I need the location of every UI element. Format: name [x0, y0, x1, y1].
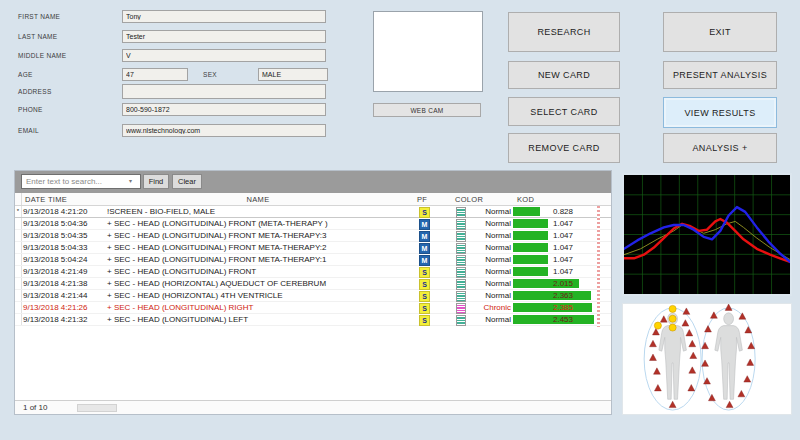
row-datetime: 9/13/2018 4:21:26	[23, 303, 88, 312]
age-input[interactable]	[122, 68, 188, 81]
organ-marker-icon	[660, 316, 667, 322]
row-name: + SEC - HEAD (HORIZONTAL) 4TH VENTRICLE	[107, 291, 283, 300]
table-row[interactable]: 9/13/2018 5:04:33+ SEC - HEAD (LONGITUDI…	[15, 242, 611, 254]
search-bar: ▾ Find Clear	[15, 171, 611, 193]
status-label: Chronic	[465, 303, 511, 312]
status-label: Normal	[465, 267, 511, 276]
research-button[interactable]: RESEARCH	[508, 12, 620, 52]
row-name: + SEC - HEAD (LONGITUDINAL) FRONT META-T…	[107, 243, 327, 252]
table-row[interactable]: 9/13/2018 5:04:35+ SEC - HEAD (LONGITUDI…	[15, 230, 611, 242]
new-card-button[interactable]: NEW CARD	[508, 61, 620, 89]
clear-button[interactable]: Clear	[172, 174, 202, 189]
table-row[interactable]: 9/13/2018 4:21:44+ SEC - HEAD (HORIZONTA…	[15, 290, 611, 302]
search-dropdown-caret[interactable]: ▾	[129, 177, 132, 184]
row-name: + SEC - HEAD (HORIZONTAL) AQUEDUCT OF CE…	[107, 279, 326, 288]
webcam-preview	[373, 11, 483, 92]
last-name-input[interactable]	[122, 30, 326, 43]
email-input[interactable]	[122, 124, 326, 137]
kod-cell: 2.363	[513, 290, 605, 302]
organ-marker-icon	[669, 401, 676, 407]
table-row[interactable]: 9/13/2018 5:04:36+ SEC - HEAD (LONGITUDI…	[15, 218, 611, 230]
status-label: Normal	[465, 315, 511, 324]
table-row[interactable]: 9/13/2018 4:21:26+ SEC - HEAD (LONGITUDI…	[15, 302, 611, 314]
organ-marker-icon	[652, 329, 659, 335]
kod-bar	[513, 231, 548, 240]
kod-cell: 1.047	[513, 230, 605, 242]
status-label: Normal	[465, 231, 511, 240]
table-row[interactable]: *9/13/2018 4:21:20!SCREEN - BIO-FIELD, M…	[15, 206, 611, 218]
row-select-marker	[15, 230, 22, 241]
phone-input[interactable]	[122, 103, 326, 116]
organ-marker-icon	[725, 304, 732, 310]
remove-card-button[interactable]: REMOVE CARD	[508, 133, 620, 163]
column-header-color[interactable]: COLOR	[455, 195, 483, 204]
organ-marker-icon	[650, 340, 657, 346]
webcam-button[interactable]: WEB CAM	[373, 103, 481, 117]
status-label: Normal	[465, 255, 511, 264]
organ-marker-icon	[744, 376, 751, 382]
status-label: Normal	[465, 279, 511, 288]
organ-marker-icon	[710, 312, 717, 318]
column-header-name[interactable]: NAME	[105, 195, 411, 204]
address-input[interactable]	[122, 84, 326, 99]
row-select-marker	[15, 302, 22, 313]
view-results-button[interactable]: VIEW RESULTS	[663, 97, 777, 128]
select-card-button[interactable]: SELECT CARD	[508, 97, 620, 126]
pf-badge: M	[419, 243, 430, 254]
table-header: DATE TIME NAME PF COLOR KOD	[15, 193, 611, 206]
column-header-datetime[interactable]: DATE TIME	[25, 195, 67, 204]
email-label: EMAIL	[18, 127, 39, 134]
horizontal-scrollbar-thumb[interactable]	[77, 404, 117, 412]
row-name: + SEC - HEAD (LONGITUDINAL) RIGHT	[107, 303, 253, 312]
analysis-plus-button[interactable]: ANALYSIS +	[663, 133, 777, 163]
current-signal-curve	[624, 219, 790, 262]
pf-badge: M	[419, 255, 430, 266]
row-datetime: 9/13/2018 5:04:35	[23, 231, 88, 240]
row-datetime: 9/13/2018 4:21:44	[23, 291, 88, 300]
organ-marker-icon	[654, 385, 661, 391]
search-input[interactable]	[21, 174, 141, 189]
column-header-pf[interactable]: PF	[417, 195, 427, 204]
last-name-label: LAST NAME	[18, 33, 57, 40]
organ-marker-icon	[738, 390, 745, 396]
pf-badge: S	[419, 267, 430, 278]
row-select-marker	[15, 314, 22, 325]
table-footer: 1 of 10	[15, 400, 611, 414]
middle-name-label: MIDDLE NAME	[18, 52, 66, 59]
table-row[interactable]: 9/13/2018 4:21:32+ SEC - HEAD (LONGITUDI…	[15, 314, 611, 326]
status-label: Normal	[465, 219, 511, 228]
present-analysis-button[interactable]: PRESENT ANALYSIS	[663, 61, 777, 89]
row-name: + SEC - HEAD (LONGITUDINAL) FRONT (META-…	[107, 219, 328, 228]
first-name-input[interactable]	[122, 10, 326, 23]
kod-value: 1.047	[553, 255, 573, 264]
table-row[interactable]: 9/13/2018 5:04:24+ SEC - HEAD (LONGITUDI…	[15, 254, 611, 266]
body-map-panel	[622, 303, 792, 415]
sex-input[interactable]	[258, 68, 328, 81]
middle-name-input[interactable]	[122, 49, 326, 62]
organ-marker-icon	[690, 352, 697, 358]
table-row[interactable]: 9/13/2018 4:21:49+ SEC - HEAD (LONGITUDI…	[15, 266, 611, 278]
row-select-marker	[15, 290, 22, 301]
status-label: Normal	[465, 291, 511, 300]
organ-marker-icon	[653, 368, 660, 374]
kod-bar	[513, 291, 591, 300]
pf-badge: S	[419, 207, 430, 218]
table-row[interactable]: 9/13/2018 4:21:38+ SEC - HEAD (HORIZONTA…	[15, 278, 611, 290]
kod-value: 1.047	[553, 267, 573, 276]
row-name: + SEC - HEAD (LONGITUDINAL) FRONT META-T…	[107, 231, 327, 240]
row-scroll-indicator[interactable]	[597, 206, 600, 327]
find-button[interactable]: Find	[143, 174, 169, 189]
pf-badge: M	[419, 231, 430, 242]
highlight-marker-icon	[669, 324, 676, 331]
exit-button[interactable]: EXIT	[663, 12, 777, 52]
row-datetime: 9/13/2018 4:21:20	[23, 207, 88, 216]
kod-cell: 2.453	[513, 314, 605, 326]
column-header-kod[interactable]: KOD	[517, 195, 534, 204]
highlight-marker-icon	[654, 322, 661, 329]
organ-marker-icon	[705, 326, 712, 332]
kod-bar	[513, 243, 548, 252]
row-select-marker	[15, 254, 22, 265]
kod-cell: 1.047	[513, 254, 605, 266]
entropy-chart	[624, 175, 790, 294]
organ-marker-icon	[686, 330, 693, 336]
